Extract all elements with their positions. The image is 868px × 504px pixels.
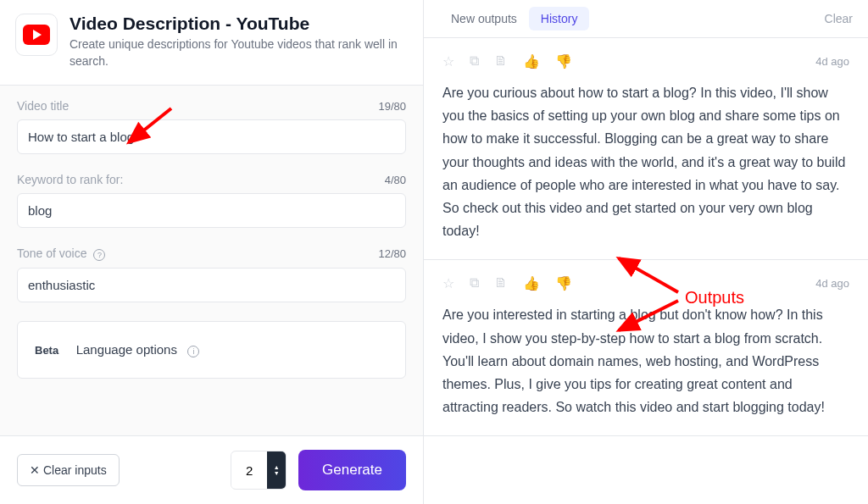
page-title: Video Description - YouTube — [70, 14, 408, 34]
youtube-icon — [23, 25, 50, 45]
info-icon[interactable]: i — [187, 346, 199, 357]
keyword-input[interactable] — [17, 193, 406, 228]
left-panel: Video Description - YouTube Create uniqu… — [0, 0, 424, 504]
language-options-box[interactable]: Beta Language options i — [17, 321, 406, 379]
tab-history[interactable]: History — [529, 7, 590, 30]
output-timestamp: 4d ago — [815, 55, 849, 68]
output-card: ☆ ⧉ 🗎 👍 👎 4d ago Are you interested in s… — [424, 260, 868, 436]
output-text[interactable]: Are you curious about how to start a blo… — [442, 81, 849, 242]
tone-input[interactable] — [17, 268, 406, 302]
star-icon[interactable]: ☆ — [442, 53, 454, 69]
tone-label: Tone of voice ? — [17, 246, 105, 261]
chevron-down-icon[interactable]: ▼ — [274, 470, 280, 476]
output-timestamp: 4d ago — [815, 277, 849, 290]
document-icon[interactable]: 🗎 — [494, 275, 508, 291]
keyword-counter: 4/80 — [385, 174, 406, 186]
tool-header: Video Description - YouTube Create uniqu… — [0, 0, 423, 86]
youtube-logo — [15, 14, 58, 56]
thumbs-down-icon[interactable]: 👎 — [555, 275, 572, 291]
x-icon: ✕ — [30, 463, 40, 477]
generate-controls: ▲ ▼ Generate — [231, 450, 406, 490]
generate-button[interactable]: Generate — [298, 450, 406, 490]
clear-inputs-label: Clear inputs — [43, 463, 107, 477]
tab-new-outputs[interactable]: New outputs — [439, 7, 529, 30]
chevron-up-icon[interactable]: ▲ — [274, 464, 280, 470]
output-card: ☆ ⧉ 🗎 👍 👎 4d ago Are you curious about h… — [424, 38, 868, 260]
document-icon[interactable]: 🗎 — [494, 53, 508, 69]
star-icon[interactable]: ☆ — [442, 275, 454, 291]
output-text[interactable]: Are you interested in starting a blog bu… — [442, 303, 849, 418]
right-panel: New outputs History Clear ☆ ⧉ 🗎 👍 👎 4d a… — [424, 0, 868, 504]
info-icon[interactable]: ? — [93, 249, 105, 261]
thumbs-up-icon[interactable]: 👍 — [523, 275, 540, 291]
beta-badge: Beta — [35, 344, 58, 357]
count-input[interactable] — [231, 453, 267, 488]
tone-counter: 12/80 — [378, 247, 406, 260]
header-text: Video Description - YouTube Create uniqu… — [70, 14, 408, 69]
copy-icon[interactable]: ⧉ — [470, 53, 479, 69]
thumbs-down-icon[interactable]: 👎 — [555, 53, 572, 69]
clear-outputs-button[interactable]: Clear — [825, 12, 853, 25]
language-options-label: Language options — [76, 342, 177, 357]
copy-icon[interactable]: ⧉ — [470, 275, 479, 291]
tabs-row: New outputs History Clear — [424, 0, 868, 38]
keyword-label: Keyword to rank for: — [17, 173, 123, 186]
outputs-list: ☆ ⧉ 🗎 👍 👎 4d ago Are you curious about h… — [424, 38, 868, 504]
page-description: Create unique descriptions for Youtube v… — [70, 36, 408, 69]
clear-inputs-button[interactable]: ✕ Clear inputs — [17, 454, 120, 486]
bottom-bar: ✕ Clear inputs ▲ ▼ Generate — [0, 435, 423, 504]
video-title-input[interactable] — [17, 119, 406, 154]
tone-label-text: Tone of voice — [17, 246, 87, 260]
form-area: Video title 19/80 Keyword to rank for: 4… — [0, 86, 423, 435]
thumbs-up-icon[interactable]: 👍 — [523, 53, 540, 69]
video-title-label: Video title — [17, 99, 69, 113]
output-actions: ☆ ⧉ 🗎 👍 👎 — [442, 53, 572, 69]
field-tone: Tone of voice ? 12/80 — [17, 246, 406, 302]
video-title-counter: 19/80 — [378, 100, 406, 113]
output-actions: ☆ ⧉ 🗎 👍 👎 — [442, 275, 572, 291]
field-video-title: Video title 19/80 — [17, 99, 406, 154]
field-keyword: Keyword to rank for: 4/80 — [17, 173, 406, 228]
stepper-arrows[interactable]: ▲ ▼ — [267, 451, 286, 489]
output-count-stepper[interactable]: ▲ ▼ — [231, 451, 287, 490]
